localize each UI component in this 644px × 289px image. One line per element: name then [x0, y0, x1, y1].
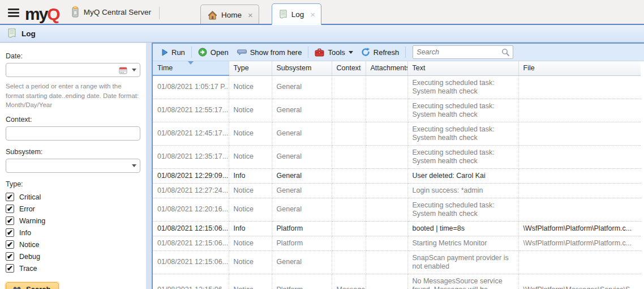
- calendar-icon[interactable]: [119, 66, 127, 74]
- subsystem-dropdown-caret-icon[interactable]: [132, 164, 136, 169]
- checkbox-debug[interactable]: ✔: [6, 252, 14, 261]
- type-checkbox-row-error[interactable]: ✔Error: [6, 203, 140, 215]
- type-checkbox-row-critical[interactable]: ✔Critical: [6, 191, 140, 203]
- tab-home[interactable]: Home ×: [200, 5, 259, 25]
- cell-context: [332, 250, 366, 274]
- checkbox-critical[interactable]: ✔: [6, 193, 14, 201]
- checkbox-error[interactable]: ✔: [6, 205, 14, 213]
- date-input[interactable]: [10, 66, 119, 74]
- logo-q: Q: [47, 5, 59, 23]
- show-from-here-label: Show from here: [250, 48, 302, 57]
- checkbox-notice[interactable]: ✔: [6, 240, 14, 249]
- cell-time: 01/08/2021 12:45:17...: [153, 122, 229, 145]
- magnifier-icon[interactable]: [501, 48, 509, 56]
- cell-file: [518, 168, 641, 183]
- type-checkbox-row-warning[interactable]: ✔Warning: [6, 215, 140, 227]
- cell-time: 01/08/2021 12:35:17...: [153, 145, 229, 168]
- checkbox-trace[interactable]: ✔: [6, 264, 14, 273]
- type-checkbox-label: Info: [19, 229, 31, 237]
- show-from-here-button[interactable]: Show from here: [233, 46, 306, 58]
- hamburger-menu-icon[interactable]: [0, 8, 24, 25]
- type-checkbox-label: Trace: [19, 265, 37, 273]
- show-from-here-icon: [237, 49, 247, 56]
- table-row[interactable]: 01/08/2021 12:20:16...NoticeGeneralExecu…: [153, 198, 641, 221]
- cell-subsystem: General: [272, 75, 332, 99]
- table-row[interactable]: 01/08/2021 12:15:06...NoticePlatformMess…: [153, 274, 641, 289]
- table-row[interactable]: 01/08/2021 12:35:17...NoticeGeneralExecu…: [153, 145, 641, 168]
- date-help-text: Select a period or enter a range with th…: [6, 82, 140, 110]
- type-checkbox-row-trace[interactable]: ✔Trace: [6, 262, 140, 274]
- cell-attachments: [366, 122, 407, 145]
- tab-home-close-icon[interactable]: ×: [248, 10, 253, 20]
- cell-type: Notice: [229, 236, 272, 250]
- column-header-context[interactable]: Context: [332, 61, 366, 75]
- type-checkbox-row-info[interactable]: ✔Info: [6, 227, 140, 239]
- column-header-attachments[interactable]: Attachments: [366, 61, 407, 75]
- table-row[interactable]: 01/08/2021 12:15:06...NoticeGeneralSnapS…: [153, 250, 641, 274]
- cell-text: Starting Metrics Monitor: [407, 236, 518, 250]
- column-header-text[interactable]: Text: [407, 61, 518, 75]
- context-input[interactable]: [10, 130, 136, 138]
- tab-log[interactable]: Log ×: [272, 3, 321, 25]
- cell-text: Executing scheduled task: System health …: [407, 99, 518, 122]
- type-checkbox-row-debug[interactable]: ✔Debug: [6, 250, 140, 262]
- table-row[interactable]: 01/08/2021 12:27:24...NoticeGeneralLogin…: [153, 183, 641, 198]
- open-button[interactable]: Open: [194, 46, 233, 58]
- subsystem-select[interactable]: [6, 159, 140, 173]
- type-checkbox-list: ✔Critical✔Error✔Warning✔Info✔Notice✔Debu…: [6, 191, 140, 274]
- cell-context: [332, 221, 366, 236]
- cell-file: [518, 122, 641, 145]
- cell-attachments: [366, 221, 407, 236]
- log-main-panel: Run Open Show from here Tool: [152, 42, 644, 289]
- cell-text: Login success: *admin: [407, 183, 518, 198]
- checkbox-info[interactable]: ✔: [6, 228, 14, 237]
- cell-time: 01/08/2021 12:55:17...: [153, 99, 229, 122]
- date-dropdown-caret-icon[interactable]: [132, 69, 136, 74]
- date-field[interactable]: [6, 63, 140, 77]
- log-table-container: TimeTypeSubsystemContextAttachmentsTextF…: [153, 61, 644, 289]
- log-search-input[interactable]: [417, 48, 501, 56]
- cell-text: booted | time=8s: [407, 221, 518, 236]
- cell-file: [518, 250, 641, 274]
- log-search-box[interactable]: [413, 45, 513, 59]
- cell-type: Info: [229, 221, 272, 236]
- search-button[interactable]: Search: [6, 282, 59, 289]
- column-header-subsystem[interactable]: Subsystem: [272, 61, 332, 75]
- table-row[interactable]: 01/08/2021 12:55:17...NoticeGeneralExecu…: [153, 99, 641, 122]
- column-header-type[interactable]: Type: [229, 61, 272, 75]
- tools-label: Tools: [328, 48, 345, 57]
- cell-context: [332, 99, 366, 122]
- logo-my: my: [25, 5, 47, 23]
- tools-button[interactable]: Tools: [311, 46, 357, 58]
- run-button[interactable]: Run: [158, 46, 189, 58]
- table-row[interactable]: 01/08/2021 12:45:17...NoticeGeneralExecu…: [153, 122, 641, 145]
- subsystem-input[interactable]: [10, 162, 127, 170]
- tab-log-close-icon[interactable]: ×: [310, 10, 315, 19]
- type-checkbox-row-notice[interactable]: ✔Notice: [6, 239, 140, 250]
- cell-text: No MessagesSource service found. Message…: [407, 274, 518, 289]
- cell-subsystem: Platform: [272, 274, 332, 289]
- context-field[interactable]: [6, 126, 140, 141]
- cell-type: Notice: [229, 122, 272, 145]
- type-checkbox-label: Error: [19, 205, 35, 213]
- topbar-separator: [159, 7, 160, 19]
- cell-file: \WsfPlatform\Platform\Platform.c...: [518, 236, 641, 250]
- cell-file: \WsfPlatform\Platform\Platform.c...: [518, 221, 641, 236]
- column-header-time[interactable]: Time: [153, 61, 229, 75]
- column-header-file[interactable]: File: [518, 61, 641, 75]
- cell-attachments: [366, 250, 407, 274]
- cell-time: 01/08/2021 1:05:17 P...: [153, 75, 229, 99]
- cell-attachments: [366, 99, 407, 122]
- refresh-button[interactable]: Refresh: [357, 46, 403, 58]
- cell-subsystem: General: [272, 183, 332, 198]
- cell-attachments: [366, 198, 407, 221]
- log-toolbar: Run Open Show from here Tool: [153, 44, 644, 61]
- cell-type: Info: [229, 168, 272, 183]
- table-row[interactable]: 01/08/2021 12:15:06...InfoPlatformbooted…: [153, 221, 641, 236]
- table-row[interactable]: 01/08/2021 12:29:09...InfoGeneralUser de…: [153, 168, 641, 183]
- table-row[interactable]: 01/08/2021 12:15:06...NoticePlatformStar…: [153, 236, 641, 250]
- table-row[interactable]: 01/08/2021 1:05:17 P...NoticeGeneralExec…: [153, 75, 641, 99]
- log-document-icon: [279, 10, 287, 19]
- checkbox-warning[interactable]: ✔: [6, 216, 14, 225]
- toolbar-separator: [405, 46, 406, 58]
